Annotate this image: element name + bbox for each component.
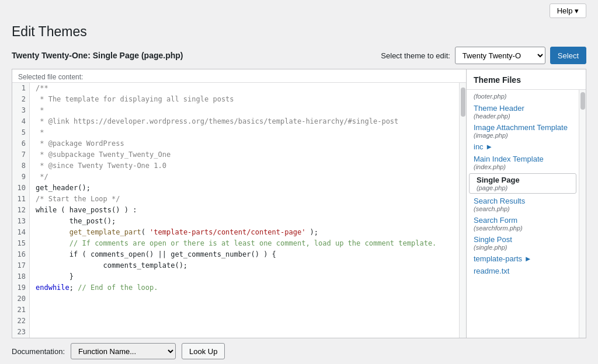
- sidebar-item[interactable]: Single Post(single.php): [467, 233, 579, 253]
- sidebar-item[interactable]: inc ►: [467, 141, 579, 153]
- sidebar-item-name[interactable]: Search Results: [474, 197, 572, 205]
- sidebar-group-name[interactable]: inc ►: [474, 142, 493, 151]
- file-title: Twenty Twenty-One: Single Page (page.php…: [12, 51, 183, 60]
- sidebar-item-name[interactable]: Image Attachment Template: [474, 123, 572, 132]
- sidebar-item-file: (image.php): [474, 132, 572, 139]
- sidebar-scrollbar[interactable]: [579, 90, 586, 338]
- help-button[interactable]: Help ▾: [550, 4, 586, 18]
- line-numbers: 1234567891011121314151617181920212223: [12, 83, 30, 338]
- sidebar-item-name[interactable]: Search Form: [474, 216, 572, 225]
- sidebar-plain-file: (footer.php): [474, 93, 506, 100]
- sidebar-item-file: (single.php): [474, 244, 572, 251]
- sidebar-item: (footer.php): [467, 90, 579, 102]
- sidebar-item-name: Single Page: [477, 176, 569, 184]
- sidebar-item[interactable]: Single Page(page.php): [469, 173, 576, 194]
- sidebar-item[interactable]: Search Form(searchform.php): [467, 214, 579, 233]
- code-editor[interactable]: /** * The template for displaying all si…: [30, 83, 459, 338]
- editor-scrollbar[interactable]: [459, 83, 466, 338]
- sidebar-item-name[interactable]: readme.txt: [474, 267, 509, 275]
- sidebar-list: (footer.php)Theme Header(header.php)Imag…: [467, 90, 586, 338]
- theme-files-sidebar: Theme Files (footer.php)Theme Header(hea…: [466, 69, 586, 338]
- bottom-bar: Documentation: Function Name... Look Up: [12, 338, 586, 364]
- sidebar-item[interactable]: Search Results(search.php): [467, 195, 579, 214]
- documentation-select[interactable]: Function Name...: [71, 343, 176, 359]
- selected-file-label: Selected file content:: [12, 69, 466, 82]
- sidebar-item-file: (page.php): [477, 184, 569, 191]
- sidebar-item-name[interactable]: Single Post: [474, 235, 572, 244]
- sidebar-item[interactable]: Main Index Template(index.php): [467, 153, 579, 172]
- sidebar-item-file: (index.php): [474, 163, 572, 170]
- sidebar-item-file: (searchform.php): [474, 225, 572, 232]
- sidebar-item-file: (header.php): [474, 113, 572, 120]
- documentation-label: Documentation:: [12, 347, 65, 356]
- sidebar-item[interactable]: Image Attachment Template(image.php): [467, 121, 579, 141]
- sidebar-title: Theme Files: [467, 69, 586, 90]
- sidebar-group-name[interactable]: template-parts ►: [474, 254, 532, 263]
- page-title: Edit Themes: [12, 24, 586, 40]
- sidebar-item[interactable]: readme.txt: [467, 265, 579, 277]
- lookup-button[interactable]: Look Up: [182, 343, 225, 359]
- sidebar-item[interactable]: template-parts ►: [467, 253, 579, 265]
- sidebar-item-name[interactable]: Main Index Template: [474, 155, 572, 163]
- sidebar-item-name[interactable]: Theme Header: [474, 104, 572, 113]
- theme-select-dropdown[interactable]: Twenty Twenty-O: [455, 47, 545, 64]
- sidebar-item[interactable]: Theme Header(header.php): [467, 102, 579, 121]
- theme-select-label: Select theme to edit:: [381, 51, 450, 60]
- select-button[interactable]: Select: [550, 47, 586, 64]
- sidebar-item-file: (search.php): [474, 205, 572, 212]
